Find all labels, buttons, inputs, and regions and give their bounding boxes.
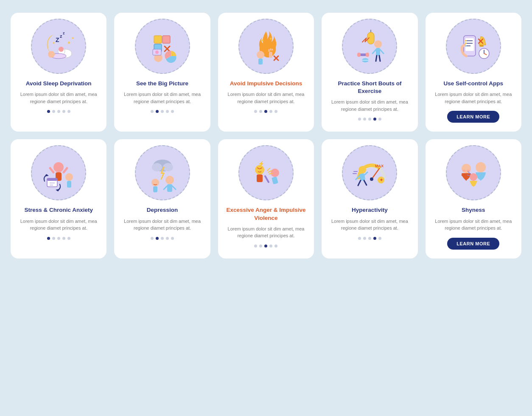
svg-rect-75 [167, 184, 172, 192]
card-anger-dots [254, 245, 277, 247]
svg-point-106 [467, 170, 470, 171]
svg-text:Z: Z [56, 37, 59, 43]
learn-more-button-2[interactable]: LEARN MORE [447, 238, 499, 250]
svg-marker-65 [45, 174, 49, 177]
svg-line-59 [64, 168, 67, 172]
svg-point-49 [465, 42, 467, 44]
svg-rect-51 [479, 45, 484, 47]
card-bigpicture-title: See the Big Picture [130, 76, 194, 89]
dot-2 [259, 110, 262, 113]
dot-1 [254, 110, 257, 113]
dot-1 [254, 245, 257, 247]
card-sleep: Z z z ★ ★ ★ Avoid Sleep Deprivation [11, 13, 106, 132]
dot-3 [264, 110, 267, 113]
card-anger: ⚡ Excessive Anger & Impulsive Violence L… [218, 139, 314, 258]
svg-point-57 [53, 162, 64, 172]
card-hyperactivity-title: Hyperactivity [346, 203, 394, 216]
svg-rect-68 [67, 181, 71, 188]
svg-rect-23 [258, 59, 263, 65]
svg-point-70 [152, 163, 162, 171]
learn-more-button-1[interactable]: LEARN MORE [447, 111, 499, 123]
dot-1 [358, 237, 361, 240]
dot-1 [47, 110, 50, 113]
svg-line-86 [267, 168, 270, 171]
card-hyperactivity-dots [358, 237, 381, 240]
card-hyperactivity-body: Lorem ipsum dolor sit dim amet, mea regi… [322, 216, 417, 236]
svg-rect-11 [154, 36, 162, 43]
card-selfcontrol-body: Lorem ipsum dolor sit dim amet, mea regi… [426, 89, 521, 109]
dot-1 [358, 118, 361, 121]
card-stress-body: Lorem ipsum dolor sit dim amet, mea regi… [11, 216, 106, 236]
card-depression-dots [151, 237, 174, 240]
illustration-exercise [322, 13, 417, 74]
card-exercise-dots [358, 118, 381, 121]
card-bigpicture: See the Big Picture Lorem ipsum dolor si… [114, 13, 210, 132]
dot-3 [161, 237, 164, 240]
dot-5 [67, 110, 70, 113]
card-stress-dots [47, 237, 70, 240]
card-impulsive: ★ ★ Avoid Impulsive Decisions Lorem ipsu [218, 13, 314, 132]
dot-5 [378, 237, 381, 240]
svg-text:z: z [63, 31, 65, 35]
svg-point-91 [370, 177, 373, 181]
card-shyness-title: Shyness [456, 203, 491, 216]
dot-4 [373, 237, 376, 240]
dot-5 [274, 110, 277, 113]
dot-4 [373, 118, 376, 121]
illustration-anger: ⚡ [218, 139, 314, 200]
svg-rect-44 [465, 38, 474, 51]
svg-rect-85 [264, 175, 269, 183]
svg-line-37 [379, 56, 380, 61]
svg-text:★: ★ [71, 36, 74, 40]
svg-text:z: z [60, 34, 62, 39]
svg-point-74 [165, 176, 174, 184]
svg-rect-73 [153, 186, 157, 192]
card-anger-title: Excessive Anger & Impulsive Violence [218, 203, 314, 223]
card-anger-body: Lorem ipsum dolor sit dim amet, mea regi… [218, 224, 314, 244]
svg-rect-33 [376, 48, 380, 56]
svg-point-92 [358, 166, 366, 174]
illustration-sleep: Z z z ★ ★ ★ [11, 13, 106, 74]
svg-text:★: ★ [269, 37, 272, 41]
card-sleep-title: Avoid Sleep Deprivation [20, 76, 98, 89]
card-depression: Depression Lorem ipsum dolor sit dim ame… [114, 139, 210, 258]
card-sleep-body: Lorem ipsum dolor sit dim amet, mea regi… [11, 89, 106, 109]
card-bigpicture-body: Lorem ipsum dolor sit dim amet, mea regi… [114, 89, 210, 109]
svg-rect-84 [272, 177, 278, 185]
dot-1 [151, 110, 154, 113]
svg-point-5 [59, 47, 64, 52]
illustration-impulsive: ★ ★ [218, 13, 314, 74]
card-exercise-title: Practice Short Bouts of Exercise [322, 76, 417, 97]
svg-rect-12 [162, 36, 170, 43]
dot-5 [274, 245, 277, 247]
svg-point-103 [476, 162, 486, 172]
dot-5 [378, 118, 381, 121]
dot-5 [67, 237, 70, 240]
svg-line-58 [50, 168, 53, 172]
svg-line-77 [172, 186, 176, 189]
svg-line-35 [380, 50, 384, 53]
card-exercise-body: Lorem ipsum dolor sit dim amet, mea regi… [322, 97, 417, 117]
card-selfcontrol-title: Use Self-control Apps [438, 76, 510, 89]
dot-2 [363, 118, 366, 121]
card-selfcontrol: Use Self-control Apps Lorem ipsum dolor … [426, 13, 521, 132]
svg-line-34 [372, 50, 376, 53]
illustration-selfcontrol [426, 13, 521, 74]
dot-1 [151, 237, 154, 240]
dot-4 [269, 245, 272, 247]
card-exercise: Practice Short Bouts of Exercise Lorem i… [322, 13, 417, 132]
dot-3 [57, 110, 60, 113]
svg-point-105 [462, 170, 466, 171]
card-shyness: Shyness Lorem ipsum dolor sit dim amet, … [426, 139, 521, 258]
svg-point-102 [462, 164, 471, 173]
svg-rect-39 [357, 53, 361, 57]
card-impulsive-body: Lorem ipsum dolor sit dim amet, mea regi… [218, 89, 314, 109]
svg-text:⚡: ⚡ [258, 160, 264, 167]
dot-2 [156, 237, 159, 240]
svg-line-96 [358, 180, 361, 186]
svg-point-72 [151, 179, 159, 186]
svg-text:★: ★ [260, 38, 264, 43]
svg-point-32 [374, 40, 382, 48]
card-depression-title: Depression [141, 203, 184, 216]
card-impulsive-dots [254, 110, 277, 113]
